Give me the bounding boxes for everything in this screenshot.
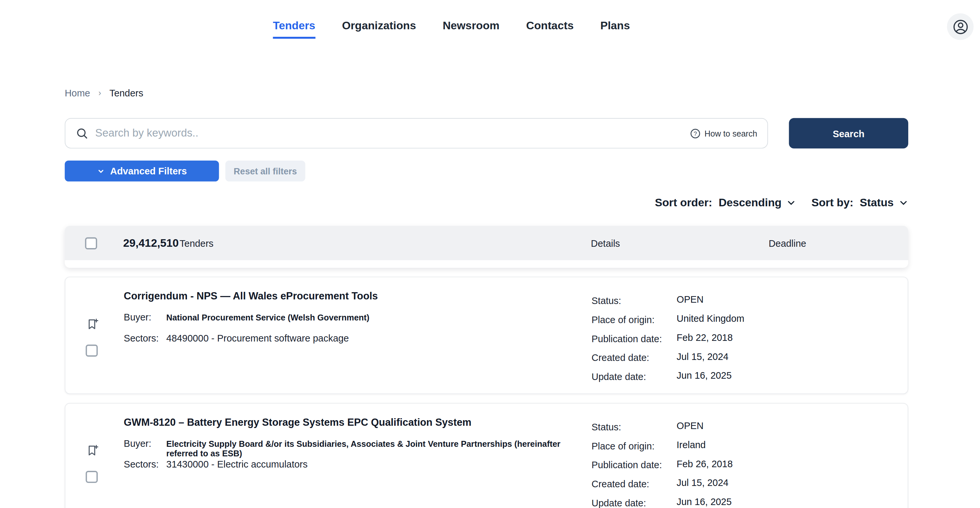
breadcrumb-home-link[interactable]: Home	[65, 87, 90, 98]
update-date-label: Update date:	[592, 497, 646, 508]
tender-card: GWM-8120 – Battery Energy Storage System…	[65, 403, 908, 508]
advanced-filters-button[interactable]: Advanced Filters	[65, 160, 219, 182]
chevron-down-icon	[899, 198, 908, 208]
account-icon	[952, 18, 969, 35]
created-date-value: Jul 15, 2024	[676, 351, 729, 362]
main-nav: Tenders Organizations Newsroom Contacts …	[273, 19, 630, 39]
bookmark-add-icon[interactable]	[86, 443, 99, 457]
created-date-value: Jul 15, 2024	[676, 477, 729, 488]
how-to-search-label: How to search	[705, 129, 757, 138]
results-count: 29,412,510	[123, 237, 179, 250]
sectors-value: 48490000 - Procurement software package	[166, 333, 349, 343]
place-of-origin-label: Place of origin:	[592, 441, 655, 451]
search-box: ? How to search	[65, 118, 768, 149]
sort-order-value: Descending	[719, 196, 781, 210]
chevron-down-icon	[97, 167, 104, 175]
sectors-value: 31430000 - Electric accumulators	[166, 459, 307, 470]
sort-by-dropdown[interactable]: Sort by: Status	[811, 196, 908, 210]
filters-row: Advanced Filters Reset all filters	[65, 160, 305, 182]
search-input[interactable]	[95, 127, 690, 140]
status-label: Status:	[592, 295, 621, 306]
select-all-checkbox[interactable]	[85, 237, 97, 249]
details-column-header: Details	[591, 238, 620, 249]
status-label: Status:	[592, 421, 621, 432]
reset-all-filters-button[interactable]: Reset all filters	[226, 160, 305, 182]
buyer-value: National Procurement Service (Welsh Gove…	[166, 313, 369, 322]
tender-title-link[interactable]: Corrigendum - NPS — All Wales eProcureme…	[124, 291, 378, 302]
tender-checkbox[interactable]	[86, 344, 98, 357]
publication-date-label: Publication date:	[592, 459, 662, 470]
sectors-label: Sectors:	[124, 333, 159, 343]
search-button[interactable]: Search	[789, 118, 908, 149]
results-header: 29,412,510 Tenders Details Deadline	[65, 226, 908, 260]
publication-date-value: Feb 26, 2018	[676, 458, 733, 469]
sort-order-label: Sort order:	[655, 196, 712, 210]
chevron-down-icon	[786, 198, 796, 208]
question-circle-icon: ?	[690, 128, 701, 139]
sort-order-dropdown[interactable]: Sort order: Descending	[655, 196, 796, 210]
results-count-label: Tenders	[180, 238, 213, 249]
publication-date-label: Publication date:	[592, 333, 662, 344]
breadcrumb-separator-icon: ›	[99, 88, 101, 98]
tender-title-link[interactable]: GWM-8120 – Battery Energy Storage System…	[124, 417, 471, 429]
update-date-value: Jun 16, 2025	[676, 496, 732, 507]
place-of-origin-value: Ireland	[676, 439, 706, 450]
results-header-wrap: 29,412,510 Tenders Details Deadline	[65, 226, 908, 268]
svg-text:?: ?	[694, 130, 697, 137]
update-date-value: Jun 16, 2025	[676, 370, 732, 381]
sort-by-value: Status	[859, 196, 894, 210]
tender-checkbox[interactable]	[86, 471, 98, 483]
nav-tab-newsroom[interactable]: Newsroom	[442, 19, 500, 39]
nav-tab-contacts[interactable]: Contacts	[526, 19, 574, 39]
update-date-label: Update date:	[592, 371, 646, 382]
buyer-label: Buyer:	[124, 438, 151, 449]
search-icon	[76, 127, 89, 140]
deadline-column-header: Deadline	[769, 238, 806, 249]
buyer-label: Buyer:	[124, 311, 151, 322]
sectors-label: Sectors:	[124, 459, 159, 470]
buyer-value: Electricity Supply Board &/or its Subsid…	[166, 439, 585, 458]
search-row: ? How to search Search	[65, 118, 908, 149]
results-section: 29,412,510 Tenders Details Deadline Corr…	[65, 226, 908, 508]
status-value: OPEN	[676, 294, 703, 305]
nav-tab-organizations[interactable]: Organizations	[342, 19, 416, 39]
created-date-label: Created date:	[592, 352, 649, 363]
nav-tab-plans[interactable]: Plans	[600, 19, 630, 39]
place-of-origin-label: Place of origin:	[592, 314, 655, 325]
place-of-origin-value: United Kingdom	[676, 313, 745, 324]
sort-controls: Sort order: Descending Sort by: Status	[655, 196, 908, 210]
publication-date-value: Feb 22, 2018	[676, 332, 733, 343]
breadcrumb: Home › Tenders	[65, 87, 143, 98]
page: Tenders Organizations Newsroom Contacts …	[0, 0, 980, 508]
status-value: OPEN	[676, 420, 703, 431]
account-button[interactable]	[947, 13, 974, 40]
how-to-search-link[interactable]: ? How to search	[690, 128, 757, 139]
breadcrumb-current: Tenders	[109, 87, 143, 98]
advanced-filters-label: Advanced Filters	[110, 165, 187, 176]
created-date-label: Created date:	[592, 478, 649, 489]
sort-by-label: Sort by:	[811, 196, 854, 210]
tender-card: Corrigendum - NPS — All Wales eProcureme…	[65, 277, 908, 394]
bookmark-add-icon[interactable]	[86, 317, 99, 331]
nav-tab-tenders[interactable]: Tenders	[273, 19, 315, 39]
